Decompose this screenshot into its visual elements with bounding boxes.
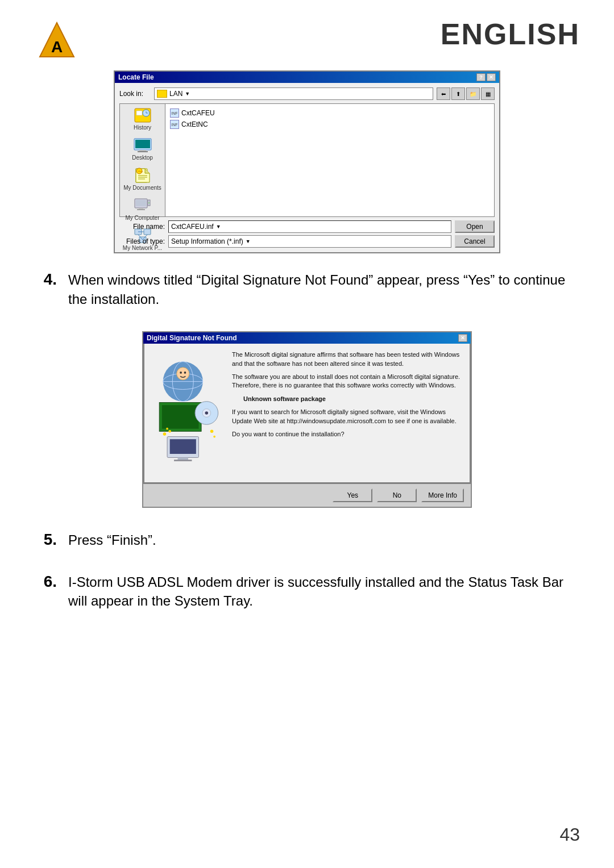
mydocs-icon <box>134 168 152 183</box>
view-button[interactable]: ▦ <box>481 87 495 100</box>
file-name-2: CxtEtNC <box>181 120 208 128</box>
step-4-number: 4. <box>34 270 57 289</box>
digital-signature-dialog: Digital Signature Not Found ✕ <box>142 331 472 508</box>
close-button[interactable]: ✕ <box>487 73 496 81</box>
locate-file-dialog: Locate File ? ✕ Look in: LAN ⬅ ⬆ 📁 ▦ <box>114 70 500 253</box>
filename-input[interactable]: CxtCAFEU.inf <box>168 220 451 233</box>
filename-row: File name: CxtCAFEU.inf Open <box>119 220 495 233</box>
ds-para2: The software you are about to install do… <box>232 373 463 390</box>
svg-point-19 <box>148 202 150 204</box>
svg-rect-3 <box>136 111 142 115</box>
step-6: 6. I-Storm USB ADSL Modem driver is succ… <box>34 573 580 611</box>
svg-point-43 <box>168 430 171 433</box>
more-info-button[interactable]: More Info <box>421 489 464 502</box>
locate-file-title: Locate File <box>118 73 154 81</box>
new-folder-button[interactable]: 📁 <box>466 87 480 100</box>
open-button[interactable]: Open <box>455 220 495 233</box>
nav-history[interactable]: History <box>134 107 152 131</box>
header: A ENGLISH <box>0 0 614 70</box>
svg-rect-34 <box>162 405 199 429</box>
look-in-row: Look in: LAN ⬅ ⬆ 📁 ▦ <box>119 87 495 100</box>
filetype-select[interactable]: Setup Information (*.inf) <box>168 235 451 248</box>
svg-point-45 <box>210 430 214 433</box>
step-6-number: 6. <box>34 573 57 591</box>
dialog-bottom: File name: CxtCAFEU.inf Open Files of ty… <box>119 220 495 248</box>
step-5-number: 5. <box>34 531 57 549</box>
svg-point-46 <box>213 436 215 438</box>
toolbar-icons: ⬅ ⬆ 📁 ▦ <box>437 87 495 100</box>
step-5-text: Press “Finish”. <box>68 531 580 550</box>
ds-para4: Do you want to continue the installation… <box>232 430 463 439</box>
titlebar-buttons: ? ✕ <box>476 73 496 81</box>
ds-titlebar: Digital Signature Not Found ✕ <box>143 332 471 344</box>
svg-rect-8 <box>138 151 148 152</box>
filename-label: File name: <box>119 223 165 231</box>
svg-point-30 <box>177 368 189 380</box>
locate-file-body: Look in: LAN ⬅ ⬆ 📁 ▦ <box>115 83 499 252</box>
look-in-value: LAN <box>169 90 182 98</box>
folder-icon-inline <box>157 90 167 98</box>
file-list-area: INF CxtCAFEU INF CxtEtNC <box>165 104 494 216</box>
back-button[interactable]: ⬅ <box>437 87 450 100</box>
desktop-icon <box>134 137 152 153</box>
file-icon-1: INF <box>170 108 179 118</box>
step-6-text: I-Storm USB ADSL Modem driver is success… <box>68 573 580 611</box>
up-button[interactable]: ⬆ <box>451 87 465 100</box>
no-button[interactable]: No <box>377 489 417 502</box>
svg-point-42 <box>163 432 167 436</box>
history-icon <box>134 107 152 123</box>
file-item-1[interactable]: INF CxtCAFEU <box>170 108 489 118</box>
ds-para3: If you want to search for Microsoft digi… <box>232 408 463 425</box>
ds-software-name: Unknown software package <box>243 395 463 403</box>
file-icon-2: INF <box>170 120 179 129</box>
cancel-button[interactable]: Cancel <box>455 235 495 248</box>
sidebar-nav: History Desktop <box>120 104 165 216</box>
file-item-2[interactable]: INF CxtEtNC <box>170 120 489 129</box>
svg-rect-6 <box>135 140 150 148</box>
filetype-value: Setup Information (*.inf) <box>171 237 243 245</box>
ds-illustration-svg <box>154 350 222 475</box>
filetype-label: Files of type: <box>119 237 165 245</box>
svg-point-32 <box>184 372 186 374</box>
svg-point-31 <box>180 372 182 374</box>
nav-mycomputer[interactable]: My Computer <box>125 198 159 221</box>
main-content: Locate File ? ✕ Look in: LAN ⬅ ⬆ 📁 ▦ <box>0 70 614 667</box>
ds-body: The Microsoft digital signature affirms … <box>143 344 471 483</box>
ds-buttons: Yes No More Info <box>143 483 471 507</box>
file-name-1: CxtCAFEU <box>181 109 215 117</box>
nav-mydocs[interactable]: My Documents <box>123 168 161 191</box>
svg-rect-41 <box>174 460 192 461</box>
logo: A <box>34 17 80 65</box>
ds-para1: The Microsoft digital signature affirms … <box>232 350 463 368</box>
locate-file-titlebar: Locate File ? ✕ <box>115 72 499 83</box>
desktop-label: Desktop <box>132 155 153 161</box>
page-number: 43 <box>559 824 580 845</box>
step-4-text: When windows titled “Digital Signature N… <box>68 270 580 308</box>
filename-value: CxtCAFEU.inf <box>171 223 214 231</box>
mycomputer-icon <box>133 198 151 214</box>
nav-desktop[interactable]: Desktop <box>132 137 153 161</box>
ds-title: Digital Signature Not Found <box>147 334 237 342</box>
svg-rect-17 <box>137 209 145 210</box>
svg-point-44 <box>166 428 168 430</box>
look-in-select[interactable]: LAN <box>154 87 433 100</box>
help-button[interactable]: ? <box>476 73 486 81</box>
step-5: 5. Press “Finish”. <box>34 531 580 550</box>
dialog-main-area: History Desktop <box>119 103 495 217</box>
svg-rect-39 <box>170 439 196 454</box>
ds-close-button[interactable]: ✕ <box>458 334 467 342</box>
language-label: ENGLISH <box>441 17 580 51</box>
look-in-label: Look in: <box>119 90 151 98</box>
svg-point-37 <box>205 411 209 415</box>
history-label: History <box>134 124 151 131</box>
filetype-row: Files of type: Setup Information (*.inf)… <box>119 235 495 248</box>
svg-text:A: A <box>51 38 63 56</box>
step-4: 4. When windows titled “Digital Signatur… <box>34 270 580 308</box>
yes-button[interactable]: Yes <box>333 489 372 502</box>
mydocs-label: My Documents <box>123 185 161 191</box>
svg-rect-15 <box>136 200 146 206</box>
ds-illustration-area <box>151 350 225 475</box>
ds-text-area: The Microsoft digital signature affirms … <box>232 350 463 475</box>
